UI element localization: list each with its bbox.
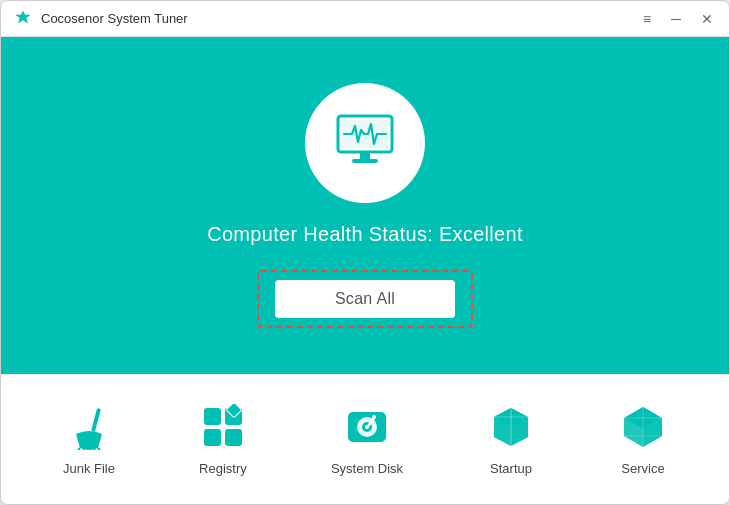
tool-registry[interactable]: Registry xyxy=(183,393,263,486)
svg-rect-12 xyxy=(204,429,221,446)
svg-line-9 xyxy=(98,448,100,450)
health-circle xyxy=(305,83,425,203)
svg-line-8 xyxy=(94,449,95,450)
svg-line-5 xyxy=(78,448,80,450)
minimize-button[interactable]: ─ xyxy=(667,10,685,28)
system-disk-label: System Disk xyxy=(331,461,403,476)
window-controls: ≡ ─ ✕ xyxy=(639,10,717,28)
app-title: Cocosenor System Tuner xyxy=(41,11,188,26)
app-logo: Cocosenor System Tuner xyxy=(13,9,188,29)
svg-rect-13 xyxy=(225,429,242,446)
health-status-text: Computer Health Status: Excellent xyxy=(207,223,523,246)
startup-label: Startup xyxy=(490,461,532,476)
scan-btn-wrapper: Scan All xyxy=(257,270,473,328)
service-icon xyxy=(619,403,667,451)
monitor-icon xyxy=(330,108,400,178)
tool-junk-file[interactable]: Junk File xyxy=(47,393,131,486)
svg-rect-3 xyxy=(352,159,378,163)
svg-line-6 xyxy=(83,449,84,450)
app-icon xyxy=(13,9,33,29)
service-label: Service xyxy=(621,461,664,476)
tool-startup[interactable]: Startup xyxy=(471,393,551,486)
titlebar: Cocosenor System Tuner ≡ ─ ✕ xyxy=(1,1,729,37)
svg-rect-4 xyxy=(91,408,101,432)
svg-rect-2 xyxy=(360,152,370,159)
scan-all-button[interactable]: Scan All xyxy=(275,280,455,318)
junk-file-label: Junk File xyxy=(63,461,115,476)
main-panel: Computer Health Status: Excellent Scan A… xyxy=(1,37,729,374)
tool-system-disk[interactable]: System Disk xyxy=(315,393,419,486)
svg-point-21 xyxy=(372,415,376,419)
startup-icon xyxy=(487,403,535,451)
svg-rect-10 xyxy=(204,408,221,425)
tool-service[interactable]: Service xyxy=(603,393,683,486)
junk-file-icon xyxy=(65,403,113,451)
system-disk-icon xyxy=(343,403,391,451)
bottom-toolbar: Junk File Registry xyxy=(1,374,729,504)
registry-label: Registry xyxy=(199,461,247,476)
menu-button[interactable]: ≡ xyxy=(639,10,655,28)
registry-icon xyxy=(199,403,247,451)
app-window: Cocosenor System Tuner ≡ ─ ✕ xyxy=(0,0,730,505)
close-button[interactable]: ✕ xyxy=(697,10,717,28)
